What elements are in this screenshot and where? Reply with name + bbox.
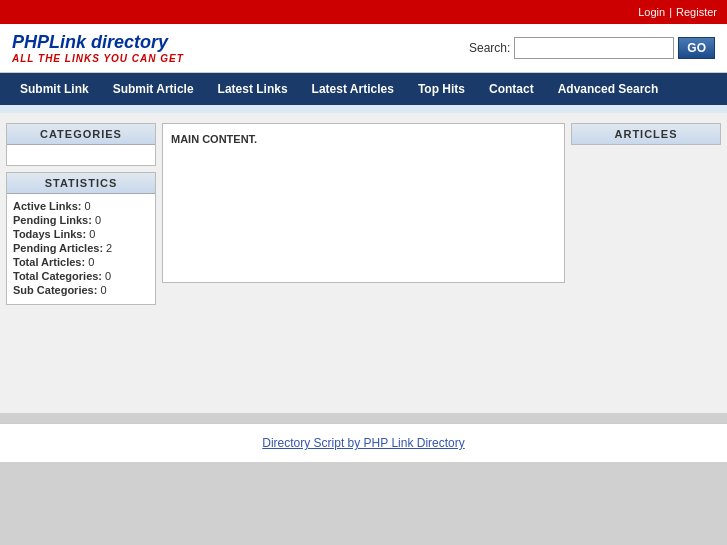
main-layout: CATEGORIES STATISTICS Active Links: 0Pen… bbox=[6, 123, 721, 311]
stat-item: Active Links: 0 bbox=[13, 200, 149, 212]
statistics-box: STATISTICS Active Links: 0Pending Links:… bbox=[6, 172, 156, 305]
logo-title: PHPLink directory bbox=[12, 32, 184, 53]
categories-header: CATEGORIES bbox=[7, 124, 155, 145]
stat-item: Sub Categories: 0 bbox=[13, 284, 149, 296]
search-button[interactable]: GO bbox=[678, 37, 715, 59]
register-link[interactable]: Register bbox=[676, 6, 717, 18]
stat-item: Pending Articles: 2 bbox=[13, 242, 149, 254]
search-area: Search: GO bbox=[469, 37, 715, 59]
categories-content bbox=[7, 145, 155, 165]
nav-advanced-search[interactable]: Advanced Search bbox=[546, 73, 671, 105]
left-sidebar: CATEGORIES STATISTICS Active Links: 0Pen… bbox=[6, 123, 156, 311]
categories-box: CATEGORIES bbox=[6, 123, 156, 166]
statistics-header: STATISTICS bbox=[7, 173, 155, 194]
stat-item: Total Categories: 0 bbox=[13, 270, 149, 282]
nav-submit-article[interactable]: Submit Article bbox=[101, 73, 206, 105]
top-bar: Login | Register bbox=[0, 0, 727, 24]
search-input[interactable] bbox=[514, 37, 674, 59]
nav-latest-articles[interactable]: Latest Articles bbox=[300, 73, 406, 105]
nav-top-hits[interactable]: Top Hits bbox=[406, 73, 477, 105]
navbar: Submit Link Submit Article Latest Links … bbox=[0, 73, 727, 105]
separator: | bbox=[669, 6, 672, 18]
right-sidebar: ARTICLES bbox=[571, 123, 721, 145]
subnav-band bbox=[0, 105, 727, 113]
stats-list: Active Links: 0Pending Links: 0Todays Li… bbox=[7, 194, 155, 304]
stat-item: Todays Links: 0 bbox=[13, 228, 149, 240]
main-wrapper: CATEGORIES STATISTICS Active Links: 0Pen… bbox=[0, 113, 727, 413]
search-label: Search: bbox=[469, 41, 510, 55]
footer-link[interactable]: Directory Script by PHP Link Directory bbox=[262, 436, 465, 450]
articles-header: ARTICLES bbox=[571, 123, 721, 145]
stat-item: Pending Links: 0 bbox=[13, 214, 149, 226]
header: PHPLink directory ALL THE LINKS YOU CAN … bbox=[0, 24, 727, 73]
logo: PHPLink directory ALL THE LINKS YOU CAN … bbox=[12, 32, 184, 64]
bottom-gray bbox=[0, 462, 727, 542]
stat-item: Total Articles: 0 bbox=[13, 256, 149, 268]
footer: Directory Script by PHP Link Directory bbox=[0, 423, 727, 462]
login-link[interactable]: Login bbox=[638, 6, 665, 18]
center-content: MAIN CONTENT. bbox=[162, 123, 565, 283]
logo-subtitle: ALL THE LINKS YOU CAN GET bbox=[12, 53, 184, 64]
nav-contact[interactable]: Contact bbox=[477, 73, 546, 105]
main-content-text: MAIN CONTENT. bbox=[171, 133, 257, 145]
nav-latest-links[interactable]: Latest Links bbox=[206, 73, 300, 105]
nav-submit-link[interactable]: Submit Link bbox=[8, 73, 101, 105]
